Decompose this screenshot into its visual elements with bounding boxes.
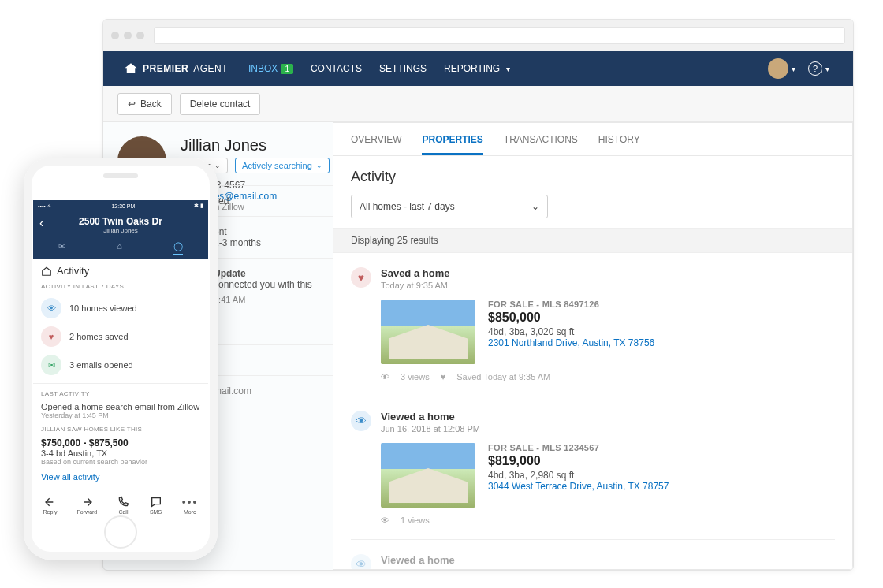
sms-button[interactable]: SMS <box>150 496 162 515</box>
help-icon[interactable]: ? <box>808 61 822 76</box>
heart-icon: ♥ <box>41 326 61 347</box>
eye-icon: 👁 <box>41 298 61 318</box>
address-bar[interactable] <box>154 27 845 44</box>
tab-overview[interactable]: OVERVIEW <box>351 134 401 155</box>
home-icon <box>41 266 52 277</box>
tab-transactions[interactable]: TRANSACTIONS <box>504 134 578 155</box>
listing-address-link[interactable]: 3044 West Terrace Drive, Austin, TX 7875… <box>488 481 669 492</box>
phone-toolbar: Reply Forward Call SMS •••More <box>33 489 208 520</box>
tab-history[interactable]: HISTORY <box>598 134 640 155</box>
listing-thumbnail[interactable] <box>381 443 475 508</box>
activity-item: 👁 Viewed a home Jun 16, 2018 at 2:53 PM <box>351 540 835 570</box>
chevron-down-icon[interactable]: ▾ <box>792 65 795 73</box>
activity-filter-select[interactable]: All homes - last 7 days⌄ <box>351 195 548 218</box>
phone-mock: •••• ᯤ12:30 PM✱ ▮ ‹ 2500 Twin Oaks Dr Ji… <box>24 158 218 560</box>
chevron-down-icon: ⌄ <box>531 201 539 212</box>
eye-icon: 👁 <box>351 411 371 431</box>
phone-status-bar: •••• ᯤ12:30 PM✱ ▮ <box>33 200 208 211</box>
browser-chrome <box>103 20 853 51</box>
heart-icon: ♥ <box>351 267 371 288</box>
nav-reporting[interactable]: REPORTING ▾ <box>444 63 512 74</box>
heart-icon: ♥ <box>441 372 446 381</box>
action-bar: ↩ Back Delete contact <box>103 86 853 122</box>
mail-icon: ✉ <box>41 355 61 375</box>
house-icon <box>124 61 138 76</box>
results-count: Displaying 25 results <box>333 228 852 253</box>
forward-button[interactable]: Forward <box>77 496 98 515</box>
activity-item: ♥ Saved a home Today at 9:35 AM FOR SALE… <box>351 253 835 396</box>
activity-item: 👁 Viewed a home Jun 16, 2018 at 12:08 PM… <box>351 396 835 540</box>
stat-saved: ♥2 homes saved <box>41 326 200 347</box>
stat-viewed: 👁10 homes viewed <box>41 298 200 318</box>
back-button[interactable]: ↩ Back <box>117 93 172 115</box>
delete-contact-button[interactable]: Delete contact <box>180 93 261 115</box>
profile-icon[interactable]: ◯ <box>173 241 183 255</box>
eye-icon: 👁 <box>381 515 389 525</box>
activity-heading: Activity <box>351 169 835 185</box>
call-button[interactable]: Call <box>117 496 129 515</box>
eye-icon: 👁 <box>381 372 389 381</box>
phone-title: 2500 Twin Oaks Dr <box>33 216 208 227</box>
reply-button[interactable]: Reply <box>43 496 58 515</box>
nav-inbox[interactable]: INBOX1 <box>248 63 293 74</box>
tab-properties[interactable]: PROPERTIES <box>422 134 482 155</box>
nav-contacts[interactable]: CONTACTS <box>311 63 362 74</box>
inbox-badge: 1 <box>281 64 293 74</box>
nav-settings[interactable]: SETTINGS <box>379 63 427 74</box>
properties-panel: OVERVIEW PROPERTIES TRANSACTIONS HISTORY… <box>333 122 853 570</box>
home-icon[interactable]: ⌂ <box>117 241 122 255</box>
view-all-link[interactable]: View all activity <box>41 472 200 482</box>
brand-logo[interactable]: PREMIERAGENT <box>124 61 228 76</box>
listing-thumbnail[interactable] <box>381 300 475 364</box>
listing-address-link[interactable]: 2301 Northland Drive, Austin, TX 78756 <box>488 337 654 348</box>
nav-links: INBOX1 CONTACTS SETTINGS REPORTING ▾ <box>248 63 513 74</box>
stat-emails: ✉3 emails opened <box>41 355 200 375</box>
status-select[interactable]: Actively searching⌄ <box>235 158 330 173</box>
user-avatar[interactable] <box>768 58 788 79</box>
contact-name: Jillian Jones <box>181 136 334 154</box>
phone-subtitle: Jillian Jones <box>33 227 208 234</box>
eye-icon: 👁 <box>351 554 371 570</box>
more-button[interactable]: •••More <box>182 496 199 515</box>
mail-icon[interactable]: ✉ <box>58 241 65 255</box>
activity-heading: Activity <box>41 265 200 277</box>
top-nav: PREMIERAGENT INBOX1 CONTACTS SETTINGS RE… <box>103 51 853 86</box>
